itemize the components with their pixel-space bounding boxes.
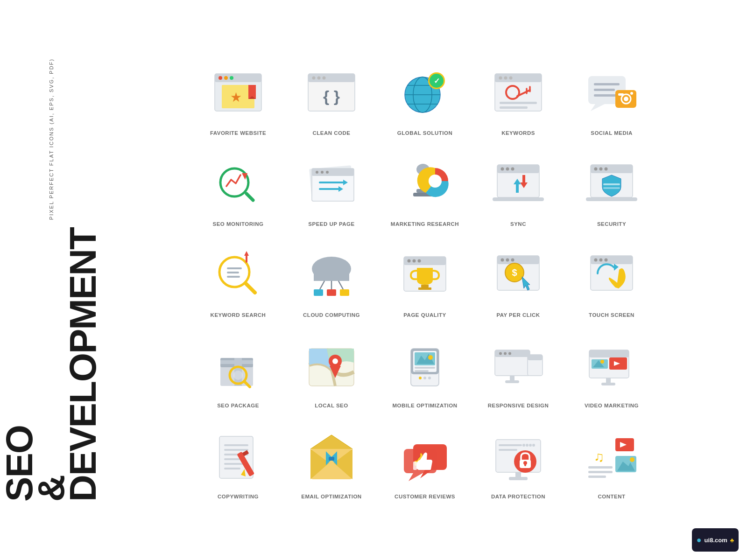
svg-point-52 [321, 171, 324, 174]
icon-label: DATA PROTECTION [491, 493, 545, 500]
svg-point-110 [506, 258, 509, 261]
icon-cell-page-quality: PAGE QUALITY [381, 237, 469, 323]
sidebar: PIXEL PERFECT FLAT ICONS (AI, EPS, SVG, … [0, 0, 103, 560]
svg-rect-98 [327, 289, 336, 296]
svg-rect-86 [227, 276, 240, 278]
main-content: ★ FAVORITE WEBSITE { } [103, 0, 747, 560]
svg-text:♫: ♫ [594, 449, 605, 464]
svg-point-26 [504, 76, 507, 79]
icon-box: ♫ [579, 423, 644, 489]
svg-line-87 [246, 283, 255, 293]
svg-rect-150 [528, 355, 543, 360]
svg-point-68 [511, 167, 514, 170]
icon-cell-keyword-search: KEYWORD SEARCH [194, 237, 282, 323]
svg-point-186 [532, 444, 535, 447]
svg-point-104 [418, 259, 421, 262]
svg-point-41 [624, 97, 628, 101]
svg-text:{ }: { } [323, 87, 340, 105]
content-icon: ♫ [584, 428, 640, 484]
svg-rect-137 [415, 367, 435, 369]
customer-reviews-icon: 👍 [397, 428, 453, 484]
icon-box [579, 332, 644, 398]
icon-label: MOBILE OPTIMIZATION [393, 402, 458, 409]
pay-per-click-icon: $ [490, 246, 546, 302]
svg-point-109 [501, 258, 504, 261]
svg-rect-32 [500, 102, 537, 104]
svg-marker-35 [591, 104, 605, 111]
svg-point-145 [504, 352, 507, 355]
icon-box [205, 242, 271, 307]
icon-box: 👍 [392, 423, 458, 489]
icon-cell-global-solution: ✓ GLOBAL SOLUTION [381, 55, 469, 141]
svg-text:✓: ✓ [434, 77, 440, 85]
svg-point-2 [218, 76, 222, 80]
svg-point-198 [630, 457, 634, 462]
icon-label: MARKETING RESEARCH [391, 221, 459, 228]
global-solution-icon: ✓ [397, 64, 453, 120]
icon-cell-video-marketing: VIDEO MARKETING [567, 328, 656, 414]
icon-box: ★ [205, 60, 271, 125]
icon-box [392, 332, 458, 398]
icon-box [486, 151, 551, 216]
icon-cell-clean-code: { } CLEAN CODE [287, 55, 376, 141]
icons-grid: ★ FAVORITE WEBSITE { } [194, 55, 656, 505]
icon-cell-favorite-website: ★ FAVORITE WEBSITE [194, 55, 282, 141]
svg-point-111 [511, 258, 514, 261]
keyword-search-icon [210, 246, 266, 302]
svg-point-13 [323, 76, 326, 79]
seo-package-icon [210, 337, 266, 393]
svg-marker-89 [244, 251, 249, 256]
mobile-optimization-icon [397, 337, 453, 393]
svg-text:★: ★ [230, 90, 242, 105]
svg-rect-156 [601, 383, 615, 385]
svg-point-159 [600, 360, 604, 364]
svg-rect-85 [227, 272, 239, 273]
svg-point-3 [224, 76, 228, 80]
svg-point-12 [317, 76, 321, 79]
svg-rect-99 [340, 289, 349, 296]
cloud-computing-icon [303, 246, 359, 302]
icon-box [205, 423, 271, 489]
svg-rect-106 [418, 287, 431, 290]
svg-line-94 [320, 281, 324, 289]
icon-box [392, 151, 458, 216]
svg-rect-182 [499, 449, 517, 451]
icon-cell-security: SECURITY [567, 146, 656, 232]
svg-rect-179 [413, 462, 417, 470]
svg-rect-201 [588, 476, 606, 478]
svg-point-146 [508, 352, 511, 355]
icon-label: CUSTOMER REVIEWS [395, 493, 455, 500]
svg-rect-33 [500, 106, 528, 109]
data-protection-icon [490, 428, 546, 484]
icon-label: KEYWORDS [501, 130, 535, 137]
icon-cell-copywriting: COPYWRITING [194, 419, 282, 505]
svg-rect-80 [603, 187, 620, 189]
icon-box [299, 332, 364, 398]
icon-label: PAY PER CLICK [496, 312, 540, 319]
svg-point-139 [419, 377, 422, 379]
icon-cell-social-media: SOCIAL MEDIA [567, 55, 656, 141]
icon-label: PAGE QUALITY [403, 312, 446, 319]
svg-rect-138 [415, 370, 429, 372]
svg-point-102 [408, 259, 411, 262]
svg-point-184 [526, 444, 529, 447]
favorite-website-icon: ★ [210, 64, 266, 120]
icon-box [579, 242, 644, 307]
icon-box [205, 151, 271, 216]
sidebar-title: SEO & DEVELOPMENT [4, 228, 99, 502]
icon-label: SECURITY [597, 221, 626, 228]
icon-label: COPYWRITING [218, 493, 259, 500]
svg-rect-84 [227, 267, 242, 269]
icon-cell-seo-package: SEO PACKAGE [194, 328, 282, 414]
keywords-icon [490, 64, 546, 120]
sidebar-subtitle: PIXEL PERFECT FLAT ICONS (AI, EPS, SVG, … [49, 58, 54, 220]
icon-label: CLEAN CODE [312, 130, 350, 137]
icon-box [579, 60, 644, 125]
svg-rect-97 [314, 289, 323, 296]
icon-label: SEO PACKAGE [217, 402, 259, 409]
svg-rect-200 [588, 471, 613, 473]
marketing-research-icon [397, 155, 453, 211]
icon-box [486, 423, 551, 489]
svg-point-118 [605, 258, 608, 261]
icon-cell-responsive-design: RESPONSIVE DESIGN [474, 328, 563, 414]
